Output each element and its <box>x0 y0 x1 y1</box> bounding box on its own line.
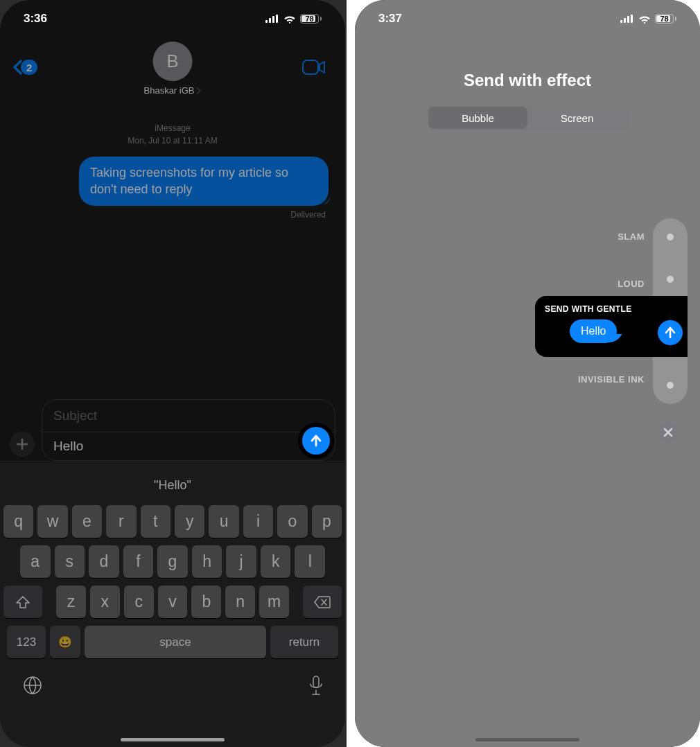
svg-rect-1 <box>269 18 271 23</box>
shift-key[interactable] <box>3 586 42 618</box>
message-input[interactable]: Hello <box>53 439 331 454</box>
key-h[interactable]: h <box>192 545 222 578</box>
dictation-icon[interactable] <box>309 675 323 696</box>
effect-option-invisible-ink[interactable]: INVISIBLE INK <box>578 374 645 385</box>
svg-rect-8 <box>624 18 626 23</box>
key-w[interactable]: w <box>37 505 67 538</box>
key-p[interactable]: p <box>312 505 342 538</box>
emoji-key[interactable]: 😀 <box>50 626 80 658</box>
key-s[interactable]: s <box>55 545 85 578</box>
svg-rect-2 <box>272 16 274 23</box>
message-compose-box: Subject Hello <box>42 399 335 461</box>
add-attachment-button[interactable] <box>10 432 35 457</box>
gentle-title: SEND WITH GENTLE <box>545 304 647 314</box>
svg-rect-0 <box>265 20 268 23</box>
battery-icon: 78 <box>300 14 322 24</box>
unread-badge: 2 <box>21 60 37 75</box>
send-with-effect-screen: 3:37 78 Send with effect Bubble Screen <box>355 0 700 747</box>
wifi-icon <box>283 15 296 24</box>
avatar: B <box>152 42 192 81</box>
effect-option-slam[interactable]: SLAM <box>618 231 645 242</box>
battery-icon: 78 <box>655 14 676 24</box>
gentle-preview-bubble: Hello <box>570 319 617 343</box>
svg-rect-3 <box>276 15 278 23</box>
key-i[interactable]: i <box>243 505 273 538</box>
send-button[interactable] <box>298 423 334 459</box>
home-indicator[interactable] <box>121 738 225 741</box>
key-k[interactable]: k <box>261 545 291 578</box>
status-time: 3:37 <box>378 12 402 26</box>
effect-dot-slam[interactable] <box>667 234 674 240</box>
key-u[interactable]: u <box>209 505 238 538</box>
contact-name: Bhaskar iGB <box>144 85 195 96</box>
contact-header[interactable]: B Bhaskar iGB <box>144 42 202 96</box>
arrow-up-icon <box>309 434 323 448</box>
facetime-button[interactable] <box>302 60 326 78</box>
key-f[interactable]: f <box>123 545 154 578</box>
thread-metadata: iMessage Mon, Jul 10 at 11:11 AM <box>0 122 345 147</box>
key-t[interactable]: t <box>141 505 170 538</box>
key-j[interactable]: j <box>226 545 256 578</box>
conversation-header: 2 B Bhaskar iGB <box>0 37 345 107</box>
key-o[interactable]: o <box>277 505 307 538</box>
backspace-icon <box>314 596 331 608</box>
key-q[interactable]: q <box>3 505 33 538</box>
delivery-status: Delivered <box>0 206 345 220</box>
key-y[interactable]: y <box>175 505 204 538</box>
return-key[interactable]: return <box>270 626 338 658</box>
svg-rect-9 <box>627 16 629 23</box>
effect-dot-invisible-ink[interactable] <box>667 382 674 389</box>
status-time: 3:36 <box>24 12 47 26</box>
globe-icon[interactable] <box>22 675 43 696</box>
keyboard-row-3: zxcvbnm <box>3 586 342 618</box>
wifi-icon <box>638 15 651 24</box>
messages-conversation-screen: 3:36 78 2 B Bhaskar iGB <box>0 0 345 747</box>
close-effects-button[interactable] <box>657 421 679 443</box>
key-l[interactable]: l <box>295 545 325 578</box>
send-with-effect-button[interactable] <box>653 315 688 350</box>
svg-rect-6 <box>313 676 319 687</box>
plus-icon <box>16 438 28 450</box>
key-v[interactable]: v <box>158 586 188 618</box>
svg-rect-7 <box>620 20 622 23</box>
subject-input[interactable]: Subject <box>42 400 335 432</box>
chevron-right-icon <box>195 87 201 94</box>
delete-key[interactable] <box>303 586 342 618</box>
signal-icon <box>620 15 634 23</box>
keyboard-row-1: qwertyuiop <box>3 505 342 538</box>
key-x[interactable]: x <box>90 586 120 618</box>
key-g[interactable]: g <box>157 545 188 578</box>
svg-rect-10 <box>631 15 633 23</box>
effect-tabs: Bubble Screen <box>427 105 628 130</box>
shift-icon <box>16 596 30 608</box>
status-bar: 3:37 78 <box>355 0 700 37</box>
back-button[interactable]: 2 <box>12 60 37 75</box>
key-m[interactable]: m <box>259 586 289 618</box>
effect-option-loud[interactable]: LOUD <box>618 279 645 289</box>
svg-rect-4 <box>303 60 318 74</box>
home-indicator[interactable] <box>475 738 579 741</box>
space-key[interactable]: space <box>85 626 266 658</box>
quicktype-suggestion[interactable]: "Hello" <box>0 469 345 501</box>
numbers-key[interactable]: 123 <box>7 626 46 658</box>
signal-icon <box>265 15 279 23</box>
keyboard-row-2: asdfghjkl <box>3 545 342 578</box>
effect-dot-loud[interactable] <box>667 276 674 283</box>
key-e[interactable]: e <box>72 505 102 538</box>
key-b[interactable]: b <box>191 586 221 618</box>
status-bar: 3:36 78 <box>0 0 345 37</box>
close-icon <box>663 428 673 437</box>
sent-message-bubble[interactable]: Taking screenshots for my article so don… <box>79 157 329 206</box>
key-z[interactable]: z <box>56 586 86 618</box>
key-r[interactable]: r <box>106 505 136 538</box>
key-n[interactable]: n <box>225 586 255 618</box>
arrow-up-icon <box>664 326 676 339</box>
key-d[interactable]: d <box>89 545 119 578</box>
key-c[interactable]: c <box>124 586 154 618</box>
tab-bubble[interactable]: Bubble <box>428 107 527 129</box>
tab-screen[interactable]: Screen <box>527 107 627 129</box>
effect-title: Send with effect <box>355 71 700 90</box>
key-a[interactable]: a <box>20 545 51 578</box>
keyboard: "Hello" qwertyuiop asdfghjkl zxcvbnm <box>0 461 345 747</box>
